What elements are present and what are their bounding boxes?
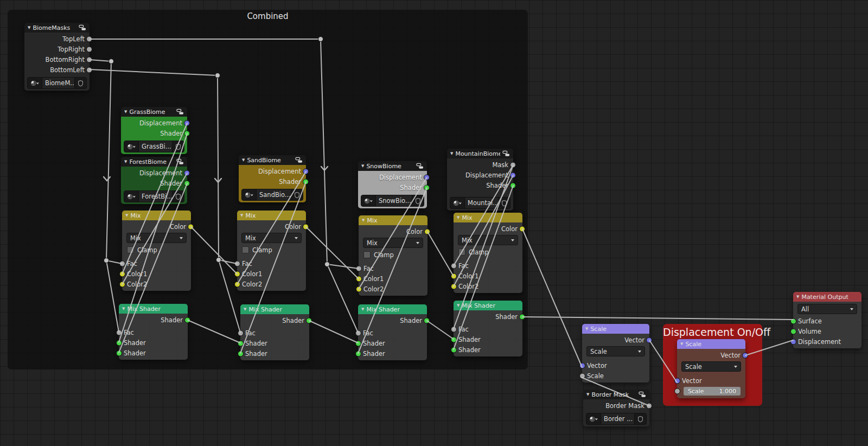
- collapse-arrow-icon[interactable]: ▼: [124, 110, 127, 114]
- collapse-arrow-icon[interactable]: ▼: [244, 308, 246, 311]
- node-header[interactable]: ▼Mix: [359, 215, 427, 225]
- collapse-arrow-icon[interactable]: ▼: [28, 26, 30, 30]
- node-mix-shader-mountain[interactable]: ▼Mix ShaderShaderFacShaderShader: [454, 301, 522, 356]
- shader-input-socket[interactable]: [238, 340, 244, 346]
- node-header[interactable]: ▼Scale: [582, 324, 649, 334]
- collapse-arrow-icon[interactable]: ▼: [361, 164, 364, 168]
- datablock-browse-icon[interactable]: [242, 189, 257, 200]
- shader-input-socket[interactable]: [355, 340, 361, 346]
- collapse-arrow-icon[interactable]: ▼: [240, 214, 243, 218]
- datablock-browse-icon[interactable]: [124, 141, 139, 152]
- node-biome-masks[interactable]: ▼BiomeMasksTopLeftTopRightBottomRightBot…: [24, 23, 90, 91]
- node-grass-biome[interactable]: ▼GrassBiomeDisplacementShaderGrassBi...: [121, 107, 187, 154]
- collapse-arrow-icon[interactable]: ▼: [125, 214, 128, 218]
- node-material-output[interactable]: ▼Material OutputAllSurfaceVolumeDisplace…: [793, 292, 861, 348]
- mask-output-socket[interactable]: [510, 162, 516, 168]
- datablock-name[interactable]: BiomeM...: [42, 78, 74, 88]
- node-header[interactable]: ▼MountainBiome: [447, 149, 513, 158]
- color1-input-socket[interactable]: [119, 271, 125, 277]
- node-border-mask[interactable]: ▼Border MaskBorder MaskBorder ...: [583, 390, 649, 426]
- shader-output-socket[interactable]: [184, 180, 190, 186]
- shield-icon[interactable]: [291, 189, 303, 200]
- datablock-selector[interactable]: ForestBi...: [124, 190, 184, 202]
- checkbox[interactable]: [127, 246, 134, 253]
- datablock-browse-icon[interactable]: [586, 413, 601, 424]
- dropdown-mix[interactable]: Mix: [363, 238, 423, 248]
- node-header[interactable]: ▼SandBiome: [239, 155, 306, 165]
- bottomleft-output-socket[interactable]: [86, 67, 92, 73]
- color1-input-socket[interactable]: [451, 273, 457, 279]
- node-mix-shader-grass-forest[interactable]: ▼Mix ShaderShaderFacShaderShader: [119, 304, 188, 360]
- datablock-name[interactable]: SnowBio...: [376, 195, 412, 206]
- datablock-selector[interactable]: BiomeM...: [27, 77, 87, 89]
- datablock-browse-icon[interactable]: [28, 78, 42, 88]
- node-header[interactable]: ▼Mix: [454, 213, 522, 222]
- node-scale-displacement[interactable]: ▼ScaleVectorScaleVectorScale1.000: [677, 339, 745, 398]
- checkbox[interactable]: [242, 246, 249, 253]
- node-mix-grass-forest[interactable]: ▼MixColorMixClampFacColor1Color2: [122, 211, 191, 291]
- value-slider[interactable]: Scale1.000: [684, 387, 741, 396]
- shader-output-socket[interactable]: [306, 317, 312, 323]
- node-header[interactable]: ▼Mix: [237, 211, 306, 220]
- node-snow-biome[interactable]: ▼SnowBiomeDisplacementShaderSnowBio...: [358, 161, 427, 208]
- shield-icon[interactable]: [634, 413, 646, 424]
- collapse-arrow-icon[interactable]: ▼: [361, 308, 364, 311]
- datablock-selector[interactable]: Border ...: [586, 413, 647, 425]
- node-scale-vector[interactable]: ▼ScaleVectorScaleVectorScale: [582, 324, 649, 383]
- datablock-selector[interactable]: Mountai...: [450, 197, 510, 209]
- node-editor-canvas[interactable]: Combined Displacement On/Off ▼BiomeMasks…: [0, 0, 868, 446]
- datablock-name[interactable]: Border ...: [601, 413, 634, 424]
- color-output-socket[interactable]: [188, 224, 194, 230]
- collapse-arrow-icon[interactable]: ▼: [457, 304, 459, 308]
- datablock-name[interactable]: SandBio...: [257, 189, 291, 200]
- datablock-selector[interactable]: SandBio...: [241, 189, 303, 201]
- node-header[interactable]: ▼Border Mask: [583, 390, 649, 399]
- node-header[interactable]: ▼Mix Shader: [358, 304, 427, 314]
- vector-input-socket[interactable]: [674, 378, 680, 384]
- dropdown-all[interactable]: All: [797, 304, 857, 314]
- node-header[interactable]: ▼GrassBiome: [121, 107, 187, 117]
- node-mix-sand[interactable]: ▼MixColorMixClampFacColor1Color2: [237, 211, 306, 291]
- shader-output-socket[interactable]: [519, 314, 525, 320]
- fac-input-socket[interactable]: [238, 330, 244, 336]
- checkbox[interactable]: [458, 249, 465, 256]
- vector-output-socket[interactable]: [646, 337, 652, 343]
- datablock-browse-icon[interactable]: [450, 197, 465, 208]
- node-header[interactable]: ▼Material Output: [793, 292, 861, 302]
- color2-input-socket[interactable]: [119, 281, 125, 287]
- node-header[interactable]: ▼Mix: [122, 211, 191, 220]
- displacement-output-socket[interactable]: [510, 172, 516, 178]
- displacement-input-socket[interactable]: [790, 339, 796, 345]
- dropdown-scale[interactable]: Scale: [586, 346, 645, 356]
- node-header[interactable]: ▼Mix Shader: [240, 304, 309, 314]
- dropdown-mix[interactable]: Mix: [241, 233, 302, 243]
- fac-input-socket[interactable]: [356, 265, 362, 271]
- collapse-arrow-icon[interactable]: ▼: [586, 393, 589, 397]
- border-mask-output-socket[interactable]: [646, 403, 652, 409]
- datablock-name[interactable]: Mountai...: [465, 197, 498, 208]
- datablock-browse-icon[interactable]: [361, 195, 376, 206]
- shader-input-socket[interactable]: [355, 351, 361, 356]
- scale-input-socket[interactable]: [674, 388, 680, 394]
- node-sand-biome[interactable]: ▼SandBiomeDisplacementShaderSandBio...: [239, 155, 306, 202]
- node-header[interactable]: ▼SnowBiome: [358, 161, 427, 171]
- shield-icon[interactable]: [412, 195, 424, 206]
- dropdown-mix[interactable]: Mix: [458, 235, 518, 245]
- color-output-socket[interactable]: [519, 226, 525, 232]
- collapse-arrow-icon[interactable]: ▼: [680, 342, 683, 346]
- fac-input-socket[interactable]: [355, 330, 361, 336]
- collapse-arrow-icon[interactable]: ▼: [362, 219, 365, 222]
- node-header[interactable]: ▼ForestBiome: [121, 157, 187, 167]
- datablock-selector[interactable]: SnowBio...: [361, 195, 424, 207]
- shield-icon[interactable]: [498, 197, 510, 208]
- shader-input-socket[interactable]: [116, 350, 122, 356]
- topleft-output-socket[interactable]: [86, 36, 92, 42]
- node-header[interactable]: ▼Mix Shader: [119, 304, 188, 314]
- collapse-arrow-icon[interactable]: ▼: [122, 307, 125, 311]
- node-header[interactable]: ▼BiomeMasks: [24, 23, 90, 33]
- displacement-output-socket[interactable]: [184, 170, 190, 176]
- color2-input-socket[interactable]: [356, 286, 362, 292]
- collapse-arrow-icon[interactable]: ▼: [796, 295, 799, 299]
- shader-input-socket[interactable]: [238, 351, 244, 356]
- shader-input-socket[interactable]: [116, 340, 122, 346]
